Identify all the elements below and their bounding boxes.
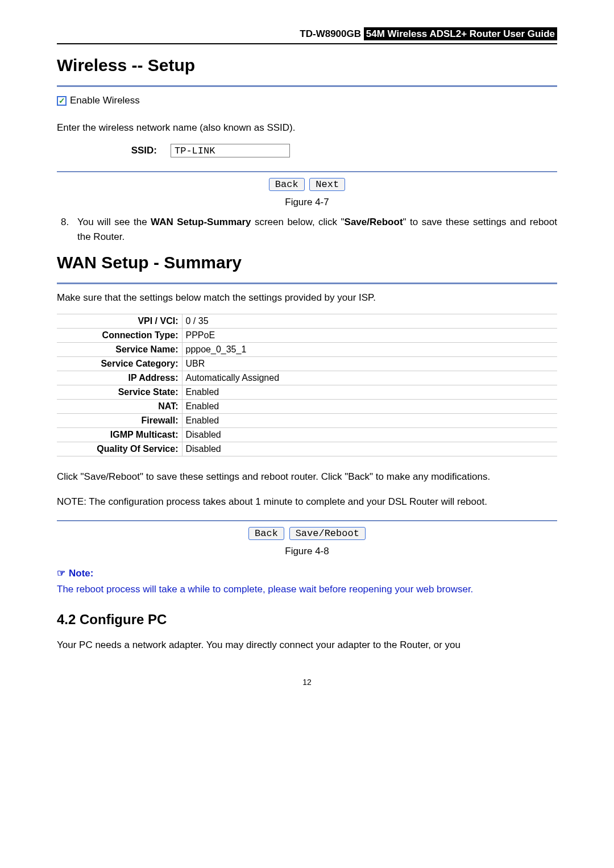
table-row: Firewall:Enabled [57, 414, 557, 428]
table-row: IGMP Multicast:Disabled [57, 428, 557, 442]
wan-summary-intro: Make sure that the settings below match … [57, 292, 557, 304]
next-button[interactable]: Next [309, 178, 345, 191]
summary-value: Enabled [182, 385, 557, 400]
ssid-label: SSID: [57, 145, 171, 156]
back-button[interactable]: Back [269, 178, 305, 191]
ssid-input[interactable] [171, 144, 290, 157]
ssid-row: SSID: [57, 144, 557, 157]
table-row: Service Name:pppoe_0_35_1 [57, 343, 557, 357]
enable-wireless-row: ✓ Enable Wireless [57, 95, 557, 106]
summary-key: NAT: [57, 400, 182, 414]
page-header: TD-W8900GB 54M Wireless ADSL2+ Router Us… [57, 28, 557, 44]
wan-summary-table: VPI / VCI:0 / 35Connection Type:PPPoESer… [57, 314, 557, 456]
summary-button-row: Back Save/Reboot [57, 527, 557, 540]
summary-value: PPPoE [182, 329, 557, 343]
reboot-note: NOTE: The configuration process takes ab… [57, 495, 557, 509]
note-body: The reboot process will take a while to … [57, 583, 557, 596]
save-reboot-instruction: Click "Save/Reboot" to save these settin… [57, 470, 557, 484]
save-reboot-button[interactable]: Save/Reboot [289, 527, 366, 540]
model-id: TD-W8900GB [300, 28, 361, 39]
wan-summary-panel: WAN Setup - Summary Make sure that the s… [57, 253, 557, 540]
table-row: VPI / VCI:0 / 35 [57, 314, 557, 329]
summary-value: Disabled [182, 442, 557, 456]
step-list: You will see the WAN Setup-Summary scree… [68, 215, 557, 244]
table-row: Quality Of Service:Disabled [57, 442, 557, 456]
divider [57, 171, 557, 172]
summary-value: UBR [182, 357, 557, 371]
wireless-setup-panel: Wireless -- Setup ✓ Enable Wireless Ente… [57, 56, 557, 191]
summary-key: Firewall: [57, 414, 182, 428]
wan-summary-heading: WAN Setup - Summary [57, 253, 557, 272]
summary-key: Service Name: [57, 343, 182, 357]
divider [57, 283, 557, 284]
back-button[interactable]: Back [248, 527, 284, 540]
pointing-hand-icon: ☞ [57, 567, 65, 579]
table-row: Service State:Enabled [57, 385, 557, 400]
summary-key: IP Address: [57, 371, 182, 385]
summary-key: VPI / VCI: [57, 314, 182, 329]
wireless-heading: Wireless -- Setup [57, 56, 557, 75]
page-number: 12 [57, 678, 557, 687]
figure-4-8-caption: Figure 4-8 [57, 546, 557, 557]
summary-key: IGMP Multicast: [57, 428, 182, 442]
wireless-button-row: Back Next [57, 178, 557, 191]
table-row: Connection Type:PPPoE [57, 329, 557, 343]
note-label: Note: [69, 568, 93, 579]
table-row: NAT:Enabled [57, 400, 557, 414]
figure-4-7-caption: Figure 4-7 [57, 197, 557, 208]
section-4-2-heading: 4.2 Configure PC [57, 612, 557, 628]
divider [57, 85, 557, 87]
summary-key: Service State: [57, 385, 182, 400]
summary-key: Connection Type: [57, 329, 182, 343]
summary-key: Service Category: [57, 357, 182, 371]
summary-value: Disabled [182, 428, 557, 442]
summary-value: Enabled [182, 400, 557, 414]
table-row: Service Category:UBR [57, 357, 557, 371]
doc-title: 54M Wireless ADSL2+ Router User Guide [364, 27, 557, 40]
step-8: You will see the WAN Setup-Summary scree… [72, 215, 557, 244]
summary-value: 0 / 35 [182, 314, 557, 329]
note-heading: ☞Note: [57, 567, 557, 579]
summary-value: Enabled [182, 414, 557, 428]
summary-key: Quality Of Service: [57, 442, 182, 456]
table-row: IP Address:Automatically Assigned [57, 371, 557, 385]
ssid-instruction: Enter the wireless network name (also kn… [57, 122, 557, 134]
summary-value: Automatically Assigned [182, 371, 557, 385]
enable-wireless-checkbox[interactable]: ✓ [57, 96, 67, 106]
divider [57, 520, 557, 521]
enable-wireless-label: Enable Wireless [70, 95, 140, 106]
summary-value: pppoe_0_35_1 [182, 343, 557, 357]
section-4-2-body: Your PC needs a network adapter. You may… [57, 638, 557, 653]
